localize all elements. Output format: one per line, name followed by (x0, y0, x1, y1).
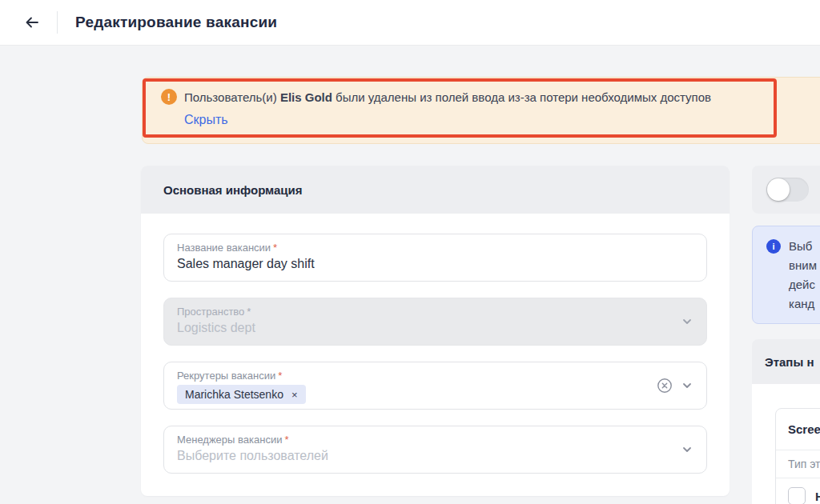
topbar: Редактирование вакансии (0, 0, 820, 46)
basic-info-card-header: Основная информация (141, 166, 730, 214)
stage-checkbox[interactable] (788, 487, 806, 504)
info-icon: i (766, 239, 781, 254)
info-line: Выб (789, 237, 817, 256)
required-asterisk: * (278, 370, 282, 382)
field-space: Пространство* Logistics dept (163, 298, 707, 346)
alert-text-suffix: были удалены из полей ввода из-за потери… (332, 90, 711, 104)
field-vacancy-name[interactable]: Название вакансии* (163, 234, 707, 282)
recruiters-label: Рекрутеры вакансии* (177, 370, 633, 382)
chevron-down-icon (681, 315, 693, 328)
info-line: вним (789, 256, 817, 275)
stage-checkbox-label: Н (815, 490, 820, 503)
warning-icon: ! (161, 89, 177, 105)
stage-checkbox-row: Н (776, 478, 820, 504)
chevron-down-icon[interactable] (681, 379, 693, 392)
toggle-knob (767, 178, 790, 201)
field-recruiters[interactable]: Рекрутеры вакансии* Marichka Stetsenko × (163, 362, 707, 410)
recruiter-chip[interactable]: Marichka Stetsenko × (177, 385, 306, 404)
field-managers[interactable]: Менеджеры вакансии* Выберите пользовател… (163, 426, 707, 474)
space-label: Пространство* (177, 306, 633, 318)
toggle-card (752, 166, 820, 214)
info-box: i Выб вним дейс канд (752, 226, 820, 324)
alert-text-prefix: Пользователь(и) (184, 90, 280, 104)
basic-info-card: Основная информация Название вакансии* П… (141, 166, 730, 496)
managers-placeholder: Выберите пользователей (177, 449, 633, 463)
alert-message: Пользователь(и) Elis Gold были удалены и… (184, 90, 711, 104)
managers-label: Менеджеры вакансии* (177, 434, 633, 446)
page-title: Редактирование вакансии (75, 14, 277, 31)
space-value: Logistics dept (177, 321, 633, 335)
stage-type-label: Тип эт (776, 450, 820, 478)
alert-user-name: Elis Gold (280, 90, 332, 104)
hide-alert-link[interactable]: Скрыть (184, 113, 228, 127)
clear-selection-icon[interactable] (657, 378, 673, 394)
chip-remove-icon[interactable]: × (291, 390, 298, 400)
warning-alert: ! Пользователь(и) Elis Gold были удалены… (142, 77, 820, 144)
header-divider (57, 11, 58, 34)
recruiter-chip-label: Marichka Stetsenko (185, 388, 283, 401)
info-line: дейс (789, 275, 817, 294)
stage-name: Scree (776, 409, 820, 450)
right-panel: i Выб вним дейс канд Этапы н Scree Тип э… (752, 166, 820, 504)
required-asterisk: * (284, 434, 288, 446)
hiring-stages-title: Этапы н (752, 339, 820, 384)
required-asterisk: * (273, 242, 277, 254)
vacancy-name-label: Название вакансии* (177, 242, 633, 254)
required-asterisk: * (247, 306, 251, 318)
vacancy-name-input[interactable] (177, 254, 633, 271)
info-line: канд (789, 294, 817, 314)
info-text: Выб вним дейс канд (789, 237, 817, 323)
toggle-switch-off[interactable] (766, 178, 809, 202)
hiring-stages-body: Scree Тип эт Н (752, 384, 820, 504)
back-arrow-icon[interactable] (22, 13, 42, 32)
hiring-stages-section: Этапы н Scree Тип эт Н (752, 339, 820, 504)
stage-card: Scree Тип эт Н (775, 408, 820, 504)
chevron-down-icon[interactable] (681, 443, 693, 456)
